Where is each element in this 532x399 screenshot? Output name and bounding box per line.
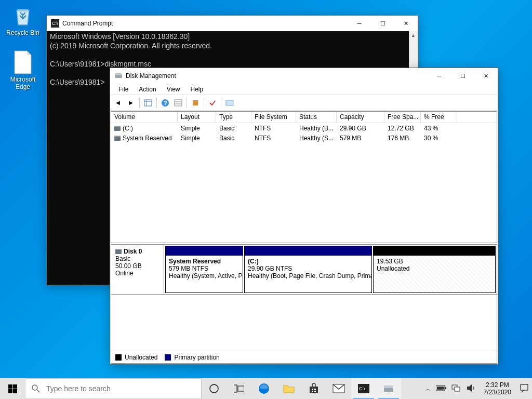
properties-icon[interactable] — [224, 97, 235, 109]
help-icon[interactable]: ? — [159, 97, 171, 109]
volume-list-pane[interactable]: Volume Layout Type File System Status Ca… — [111, 111, 497, 243]
desktop-icon-label: Recycle Bin — [3, 29, 43, 36]
taskbar-cortana[interactable] — [202, 378, 227, 399]
dm-title: Disk Management — [126, 72, 428, 79]
minimize-button[interactable]: ─ — [348, 16, 371, 31]
svg-rect-17 — [234, 385, 237, 392]
taskbar-clock[interactable]: 2:32 PM 7/23/2020 — [481, 381, 514, 396]
svg-rect-4 — [144, 100, 152, 106]
disk-graphical-pane[interactable]: Disk 0 Basic 50.00 GB Online System Rese… — [111, 244, 497, 364]
check-icon[interactable] — [207, 97, 218, 109]
taskbar: C:\ ︿ 2:32 PM 7/23/2020 — [0, 378, 532, 399]
maximize-button[interactable]: ☐ — [451, 68, 474, 84]
col-capacity[interactable]: Capacity — [337, 112, 384, 123]
cortana-icon — [209, 383, 219, 394]
maximize-button[interactable]: ☐ — [371, 16, 394, 31]
svg-text:C:\: C:\ — [359, 386, 365, 391]
partition-legend: Unallocated Primary partition — [111, 351, 497, 363]
volume-icon — [114, 136, 121, 141]
svg-rect-18 — [238, 386, 244, 391]
volume-icon — [114, 126, 121, 131]
partition-unallocated[interactable]: 19.53 GB Unallocated — [373, 246, 496, 293]
list-icon[interactable] — [172, 97, 184, 109]
taskbar-search[interactable] — [25, 378, 202, 399]
minimize-button[interactable]: ─ — [428, 68, 451, 84]
svg-rect-23 — [312, 391, 313, 392]
svg-rect-9 — [175, 100, 182, 106]
desktop-icon-label: Microsoft Edge — [3, 76, 43, 90]
refresh-icon[interactable] — [190, 97, 201, 109]
desktop-icon-edge[interactable]: Microsoft Edge — [3, 50, 43, 90]
taskbar-mail[interactable] — [326, 378, 351, 399]
taskbar-cmd[interactable]: C:\ — [351, 378, 376, 399]
svg-rect-12 — [193, 100, 198, 105]
disk-management-window: Disk Management ─ ☐ ✕ File Action View H… — [110, 68, 498, 365]
search-input[interactable] — [46, 384, 195, 393]
svg-rect-32 — [437, 387, 444, 390]
dm-toolbar: ◄ ► ? — [110, 95, 498, 111]
col-free[interactable]: Free Spa... — [384, 112, 421, 123]
menu-help[interactable]: Help — [185, 85, 209, 94]
svg-line-15 — [37, 390, 39, 392]
svg-rect-20 — [310, 387, 318, 393]
taskbar-taskview[interactable] — [227, 378, 251, 399]
menu-view[interactable]: View — [162, 85, 185, 94]
disk-row: Disk 0 Basic 50.00 GB Online System Rese… — [111, 245, 497, 295]
desktop-icon-recycle-bin[interactable]: Recycle Bin — [3, 3, 43, 36]
legend-swatch-primary — [165, 354, 171, 361]
dm-titlebar[interactable]: Disk Management ─ ☐ ✕ — [110, 68, 498, 84]
disk-icon — [115, 249, 122, 254]
taskbar-edge[interactable] — [251, 378, 276, 399]
tray-chevron-icon[interactable]: ︿ — [425, 385, 431, 393]
col-filesystem[interactable]: File System — [251, 112, 296, 123]
legend-swatch-unallocated — [115, 354, 122, 361]
start-button[interactable] — [0, 378, 25, 399]
disk-label[interactable]: Disk 0 Basic 50.00 GB Online — [111, 245, 164, 294]
col-volume[interactable]: Volume — [111, 112, 178, 123]
col-layout[interactable]: Layout — [178, 112, 216, 123]
taskbar-diskmgmt[interactable] — [376, 378, 401, 399]
partition-c[interactable]: (C:) 29.90 GB NTFS Healthy (Boot, Page F… — [244, 246, 372, 293]
volume-column-headers: Volume Layout Type File System Status Ca… — [111, 112, 497, 123]
partition-system-reserved[interactable]: System Reserved 579 MB NTFS Healthy (Sys… — [165, 246, 243, 293]
col-status[interactable]: Status — [296, 112, 337, 123]
volume-row[interactable]: (C:) Simple Basic NTFS Healthy (B... 29.… — [111, 123, 497, 133]
forward-button[interactable]: ► — [125, 97, 137, 109]
svg-rect-31 — [445, 387, 446, 389]
menu-file[interactable]: File — [113, 85, 134, 94]
col-pctfree[interactable]: % Free — [421, 112, 457, 123]
cmd-titlebar[interactable]: C:\ Command Prompt ─ ☐ ✕ — [47, 16, 418, 31]
recycle-bin-icon — [10, 3, 35, 28]
cmd-icon: C:\ — [51, 19, 59, 28]
col-type[interactable]: Type — [216, 112, 251, 123]
store-icon — [308, 383, 320, 394]
tray-notifications-icon[interactable] — [520, 383, 529, 394]
svg-rect-3 — [115, 73, 122, 75]
scroll-up-icon[interactable]: ▲ — [409, 31, 418, 40]
menu-action[interactable]: Action — [134, 85, 161, 94]
svg-text:?: ? — [164, 100, 167, 106]
volume-row[interactable]: System Reserved Simple Basic NTFS Health… — [111, 133, 497, 143]
edge-icon — [258, 382, 270, 395]
svg-text:C:\: C:\ — [52, 21, 58, 26]
back-button[interactable]: ◄ — [112, 97, 124, 109]
close-button[interactable]: ✕ — [394, 16, 418, 31]
cmd-title: Command Prompt — [62, 20, 348, 27]
disk-mgmt-icon — [114, 72, 123, 80]
svg-rect-35 — [521, 384, 528, 390]
view-icon[interactable] — [142, 97, 154, 109]
svg-rect-21 — [312, 389, 313, 390]
svg-rect-22 — [314, 389, 316, 390]
taskbar-store[interactable] — [301, 378, 326, 399]
diskmgmt-taskbar-icon — [383, 384, 394, 393]
taskbar-explorer[interactable] — [276, 378, 301, 399]
dm-menubar: File Action View Help — [110, 84, 498, 95]
close-button[interactable]: ✕ — [474, 68, 498, 84]
tray-battery-icon[interactable] — [436, 385, 446, 393]
tray-volume-icon[interactable] — [466, 384, 475, 394]
mail-icon — [332, 384, 345, 393]
folder-icon — [283, 383, 295, 394]
tray-network-icon[interactable] — [451, 384, 461, 393]
taskview-icon — [234, 384, 244, 393]
system-tray: ︿ 2:32 PM 7/23/2020 — [422, 378, 532, 399]
